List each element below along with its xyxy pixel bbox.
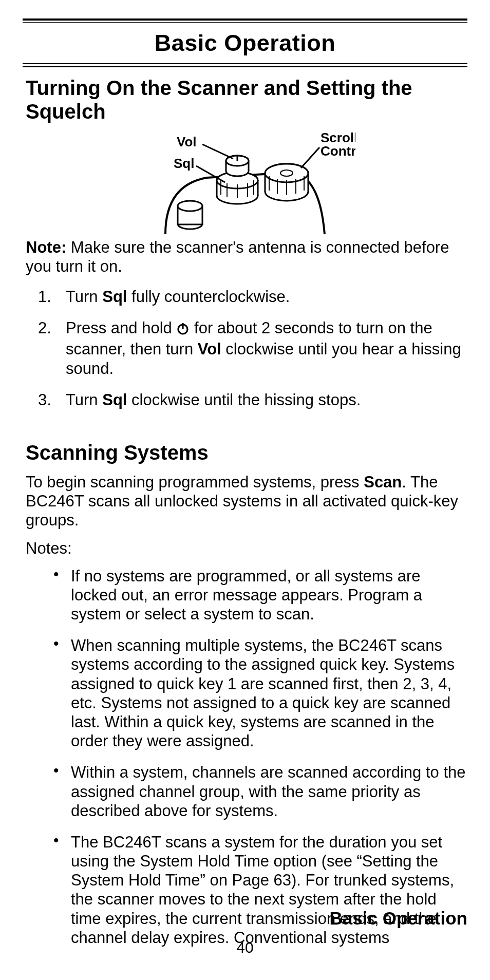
power-icon — [176, 321, 190, 340]
svg-line-21 — [202, 144, 233, 159]
notes-list: If no systems are programmed, or all sys… — [47, 567, 467, 959]
figure-label-vol: Vol — [177, 134, 197, 149]
note-text: Make sure the scanner's antenna is conne… — [26, 238, 449, 275]
chapter-title: Basic Operation — [23, 30, 467, 56]
scanner-knobs-svg: Vol Sql Scroll Control — [135, 129, 355, 237]
steps-list: Turn Sql fully counterclockwise. Press a… — [38, 287, 467, 422]
svg-point-2 — [178, 201, 202, 211]
section-heading-scanning: Scanning Systems — [26, 441, 467, 464]
step-2: Press and hold for about 2 seconds to tu… — [38, 318, 467, 378]
note-bullet-4: The BC246T scans a system for the durati… — [47, 833, 467, 947]
footer-section-label: Basic Operation — [330, 908, 467, 929]
figure-label-sql: Sql — [174, 156, 194, 171]
note-label: Note: — [26, 238, 66, 256]
svg-line-23 — [301, 147, 319, 168]
section-heading-turning-on: Turning On the Scanner and Setting the S… — [26, 77, 467, 123]
scanner-knobs-figure: Vol Sql Scroll Control — [23, 129, 467, 237]
top-rule-thin — [23, 22, 467, 23]
mid-rule-thin — [23, 63, 467, 64]
step-1: Turn Sql fully counterclockwise. — [38, 287, 467, 306]
svg-text:Control: Control — [321, 143, 355, 159]
step-3: Turn Sql clockwise until the hissing sto… — [38, 390, 467, 409]
note-paragraph: Note: Make sure the scanner's antenna is… — [26, 238, 464, 276]
page-number: 40 — [0, 939, 490, 956]
note-bullet-2: When scanning multiple systems, the BC24… — [47, 636, 467, 750]
svg-point-20 — [280, 170, 293, 176]
note-bullet-1: If no systems are programmed, or all sys… — [47, 567, 467, 624]
note-bullet-3: Within a system, channels are scanned ac… — [47, 763, 467, 820]
mid-rule-thick — [23, 66, 467, 68]
notes-label: Notes: — [26, 539, 464, 558]
scanning-intro: To begin scanning programmed systems, pr… — [26, 473, 464, 530]
top-rule-thick — [23, 18, 467, 21]
